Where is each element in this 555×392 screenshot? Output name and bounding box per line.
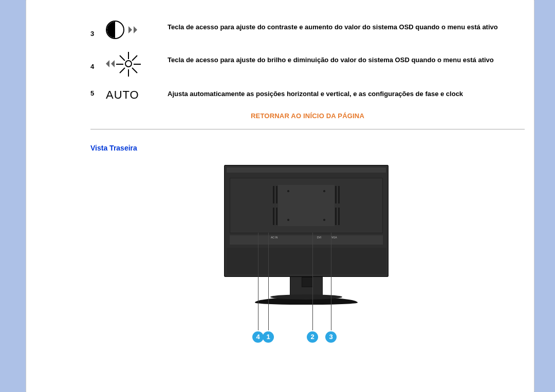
- brightness-decrease-icon: [106, 53, 168, 74]
- callout-marker-4: 4: [252, 331, 264, 343]
- feature-row-5: 5 AUTO Ajusta automaticamente as posiçõe…: [90, 88, 525, 102]
- row-number: 3: [90, 21, 106, 39]
- leader-line: [258, 233, 258, 330]
- callout-markers: 4 1 2 3: [224, 305, 388, 366]
- callout-marker-3: 3: [325, 331, 337, 343]
- contrast-increase-icon: [106, 21, 168, 39]
- leader-line: [268, 233, 269, 330]
- leader-line: [331, 233, 331, 330]
- callout-marker-2: 2: [307, 331, 318, 343]
- row-description: Tecla de acesso para ajuste do contraste…: [168, 21, 525, 39]
- port-label-dvi: DVI: [317, 236, 321, 239]
- return-to-top-link[interactable]: RETORNAR AO INÍCIO DA PÁGINA: [143, 112, 472, 120]
- port-label-vga: VGA: [331, 236, 337, 239]
- document-page: 3 Tecla de acesso para ajuste do contras…: [26, 0, 534, 392]
- page-background: 3 Tecla de acesso para ajuste do contras…: [0, 0, 555, 392]
- monitor-stand-base: [255, 297, 358, 305]
- row-description: Ajusta automaticamente as posições horiz…: [168, 88, 525, 102]
- row-number: 5: [90, 88, 106, 102]
- row-description: Tecla de acesso para ajuste do brilho e …: [168, 53, 525, 74]
- callout-marker-1: 1: [263, 331, 274, 343]
- feature-row-4: 4 Tecla de acesso para ajuste do brilho …: [90, 53, 525, 74]
- port-label-ac: AC IN: [271, 236, 278, 239]
- rear-view-figure: AC IN DVI VGA 4 1 2 3: [90, 165, 522, 366]
- row-number: 4: [90, 53, 106, 74]
- section-divider: [90, 129, 525, 129]
- monitor-rear-illustration: AC IN DVI VGA: [224, 165, 388, 277]
- auto-adjust-icon: AUTO: [106, 88, 168, 102]
- rear-view-heading: Vista Traseira: [90, 144, 525, 152]
- auto-label-text: AUTO: [106, 88, 139, 102]
- feature-row-3: 3 Tecla de acesso para ajuste do contras…: [90, 21, 525, 39]
- leader-line: [312, 233, 313, 330]
